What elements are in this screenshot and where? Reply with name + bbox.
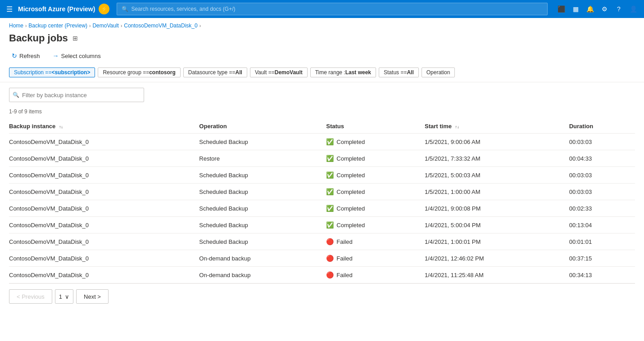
backup-instance-search[interactable] (9, 88, 144, 102)
global-search[interactable]: 🔍 Search resources, services, and docs (… (117, 3, 548, 15)
cell-operation: Scheduled Backup (199, 184, 326, 200)
cell-instance: ContosoDemoVM_DataDisk_0 (9, 200, 199, 217)
refresh-label: Refresh (19, 53, 40, 59)
backup-jobs-table: Backup instance ↑↓ Operation Status Star… (9, 119, 635, 283)
filter-ds-label: Datasource type == (188, 69, 236, 76)
cell-status: ✅ Completed (326, 134, 425, 150)
previous-button[interactable]: < Previous (9, 289, 52, 304)
status-label: Failed (336, 255, 352, 262)
cell-operation: Scheduled Backup (199, 200, 326, 217)
status-completed-icon: ✅ (326, 138, 334, 145)
select-columns-label: Select columns (61, 53, 101, 59)
cell-status: 🔴 Failed (326, 233, 425, 250)
cell-duration: 00:13:04 (569, 217, 635, 233)
settings-icon[interactable]: ⚙ (598, 3, 611, 15)
sort-backup-instance[interactable]: ↑↓ (59, 125, 63, 129)
breadcrumb-datasource[interactable]: ContosoDemoVM_DataDisk_0 (124, 22, 197, 29)
cell-instance: ContosoDemoVM_DataDisk_0 (9, 217, 199, 233)
breadcrumb-backup-center[interactable]: Backup center (Preview) (28, 22, 87, 29)
search-placeholder: Search resources, services, and docs (G+… (131, 6, 235, 12)
table-row[interactable]: ContosoDemoVM_DataDisk_0 Scheduled Backu… (9, 167, 635, 184)
filter-status-value: All (407, 69, 413, 76)
cell-instance: ContosoDemoVM_DataDisk_0 (9, 167, 199, 184)
table-row[interactable]: ContosoDemoVM_DataDisk_0 Scheduled Backu… (9, 217, 635, 233)
breadcrumb-sep-4: › (200, 23, 201, 28)
refresh-icon: ↻ (12, 52, 17, 59)
filter-rg-value: contosorg (149, 69, 176, 76)
page-title-row: Backup jobs ⊞ (0, 31, 644, 49)
account-icon[interactable]: 👤 (627, 3, 639, 15)
filter-rg-label: Resource group == (103, 69, 149, 76)
filter-datasource-type[interactable]: Datasource type == All (183, 67, 247, 77)
filter-subscription[interactable]: Subscription == <subscription> (9, 67, 95, 77)
status-completed-icon: ✅ (326, 155, 334, 162)
next-button[interactable]: Next > (76, 289, 109, 304)
breadcrumb-sep-3: › (121, 23, 122, 28)
topbar: ☰ Microsoft Azure (Preview) ⚡ 🔍 Search r… (0, 0, 644, 18)
page-title: Backup jobs (9, 32, 68, 44)
cell-start-time: 1/4/2021, 12:46:02 PM (425, 250, 569, 267)
table-row[interactable]: ContosoDemoVM_DataDisk_0 Scheduled Backu… (9, 200, 635, 217)
cell-status: ✅ Completed (326, 184, 425, 200)
notification-icon[interactable]: 🔔 (584, 3, 596, 15)
cell-status: 🔴 Failed (326, 267, 425, 283)
search-icon: 🔍 (122, 6, 128, 12)
cell-instance: ContosoDemoVM_DataDisk_0 (9, 150, 199, 167)
status-label: Completed (336, 139, 365, 145)
cell-duration: 00:03:03 (569, 134, 635, 150)
breadcrumb-home[interactable]: Home (9, 22, 23, 29)
clone-icon[interactable]: ⊞ (72, 34, 79, 43)
sort-start-time[interactable]: ↑↓ (455, 125, 459, 129)
filter-subscription-label: Subscription == (14, 69, 51, 76)
select-columns-button[interactable]: → Select columns (50, 50, 104, 61)
table-row[interactable]: ContosoDemoVM_DataDisk_0 Scheduled Backu… (9, 134, 635, 150)
cell-instance: ContosoDemoVM_DataDisk_0 (9, 134, 199, 150)
cell-duration: 00:02:33 (569, 200, 635, 217)
filter-time-range[interactable]: Time range : Last week (310, 67, 376, 77)
cell-duration: 00:03:03 (569, 184, 635, 200)
search-container: 🔍 (9, 88, 144, 102)
portal-icon[interactable]: ▦ (569, 3, 582, 15)
hamburger-menu[interactable]: ☰ (5, 3, 14, 15)
content-area: 🔍 1-9 of 9 items Backup instance ↑↓ Oper… (0, 82, 644, 309)
table-row[interactable]: ContosoDemoVM_DataDisk_0 Scheduled Backu… (9, 233, 635, 250)
cell-instance: ContosoDemoVM_DataDisk_0 (9, 233, 199, 250)
table-row[interactable]: ContosoDemoVM_DataDisk_0 On-demand backu… (9, 267, 635, 283)
cell-start-time: 1/5/2021, 9:00:06 AM (425, 134, 569, 150)
cell-instance: ContosoDemoVM_DataDisk_0 (9, 184, 199, 200)
terminal-icon[interactable]: ⬛ (555, 3, 567, 15)
cell-duration: 00:03:03 (569, 167, 635, 184)
filter-status[interactable]: Status == All (379, 67, 419, 77)
items-count: 1-9 of 9 items (9, 108, 635, 115)
columns-icon: → (53, 52, 59, 59)
breadcrumb-demovault[interactable]: DemoVault (92, 22, 118, 29)
cell-start-time: 1/4/2021, 9:00:08 PM (425, 200, 569, 217)
status-completed-icon: ✅ (326, 188, 334, 195)
table-row[interactable]: ContosoDemoVM_DataDisk_0 Scheduled Backu… (9, 184, 635, 200)
help-icon[interactable]: ? (612, 3, 625, 15)
filter-vault[interactable]: Vault == DemoVault (250, 67, 308, 77)
cell-status: 🔴 Failed (326, 250, 425, 267)
col-backup-instance: Backup instance ↑↓ (9, 119, 199, 134)
page-selector[interactable]: 1 ∨ (55, 289, 73, 304)
table-row[interactable]: ContosoDemoVM_DataDisk_0 Restore ✅ Compl… (9, 150, 635, 167)
cell-start-time: 1/4/2021, 1:00:01 PM (425, 233, 569, 250)
cell-operation: On-demand backup (199, 267, 326, 283)
filter-subscription-value: <subscription> (51, 69, 90, 76)
table-body: ContosoDemoVM_DataDisk_0 Scheduled Backu… (9, 134, 635, 283)
cell-operation: Scheduled Backup (199, 167, 326, 184)
filter-search-icon: 🔍 (13, 92, 19, 98)
spark-button[interactable]: ⚡ (99, 4, 109, 14)
status-label: Completed (336, 172, 365, 179)
table-row[interactable]: ContosoDemoVM_DataDisk_0 On-demand backu… (9, 250, 635, 267)
filter-operation[interactable]: Operation (422, 67, 455, 77)
col-duration: Duration (569, 119, 635, 134)
breadcrumb-sep-2: › (89, 23, 91, 28)
cell-status: ✅ Completed (326, 167, 425, 184)
breadcrumb-sep-1: › (25, 23, 27, 28)
filter-resource-group[interactable]: Resource group == contosorg (98, 67, 180, 77)
refresh-button[interactable]: ↻ Refresh (9, 50, 43, 61)
status-label: Completed (336, 188, 365, 195)
status-label: Completed (336, 205, 365, 212)
cell-status: ✅ Completed (326, 150, 425, 167)
